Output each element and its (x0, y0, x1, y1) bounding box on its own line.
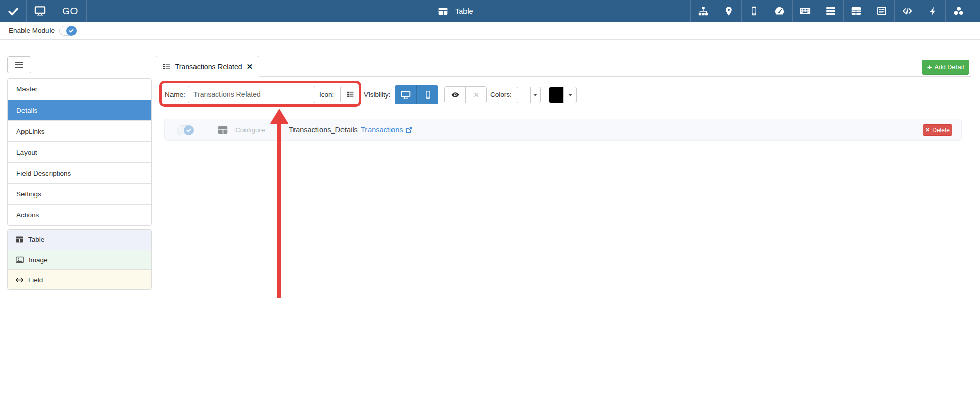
sidebar-menu-button[interactable] (7, 56, 31, 73)
detail-row-transactions: Configure Transactions_Details Transacti… (164, 119, 962, 141)
sidebar-item-applinks[interactable]: AppLinks (8, 120, 151, 141)
grid-nav-button[interactable] (818, 0, 844, 22)
name-input[interactable] (188, 86, 315, 103)
sidebar-item-table[interactable]: Table (8, 230, 151, 250)
visibility-state-group: ✕ (444, 86, 487, 103)
table-icon (438, 6, 448, 16)
detail-enabled-toggle[interactable] (177, 125, 194, 135)
color-swatch-black (549, 87, 564, 103)
sidebar-item-label: Image (29, 256, 48, 264)
sidebar-component-group: Table Image Field (7, 229, 152, 290)
form-nav-button[interactable] (869, 0, 895, 22)
cubes-icon (953, 6, 964, 17)
code-icon (901, 5, 913, 17)
sidebar-item-label: Details (16, 107, 37, 114)
tachometer-nav-button[interactable] (767, 0, 793, 22)
arrows-h-icon (15, 276, 24, 284)
add-detail-button[interactable]: + Add Detail (922, 60, 969, 75)
tab-label: Transactions Related (175, 63, 242, 71)
mobile-icon (424, 90, 432, 99)
sidebar-item-field-descriptions[interactable]: Field Descriptions (8, 162, 151, 183)
transactions-link[interactable]: Transactions (361, 126, 413, 134)
toggle-check-icon (66, 26, 77, 36)
add-detail-label: Add Detail (935, 64, 964, 71)
sidebar-item-label: Layout (16, 149, 37, 156)
navbar-left-group: GO (0, 0, 87, 22)
sidebar-item-master[interactable]: Master (8, 79, 151, 100)
bolt-nav-button[interactable] (920, 0, 946, 22)
map-marker-nav-button[interactable] (716, 0, 742, 22)
sidebar-item-label: Table (28, 236, 44, 243)
chevron-down-icon (568, 94, 572, 96)
code-nav-button[interactable] (895, 0, 920, 22)
table-nav-button[interactable] (844, 0, 869, 22)
go-label: GO (62, 6, 78, 17)
top-navbar: GO Table (0, 0, 980, 22)
hide-button[interactable]: ✕ (465, 87, 486, 103)
enable-module-label: Enable Module (9, 27, 55, 34)
keyboard-icon (799, 5, 811, 17)
desktop-nav-button[interactable] (27, 0, 54, 22)
icon-picker-button[interactable] (340, 86, 360, 103)
mobile-nav-button[interactable] (742, 0, 767, 22)
sidebar-item-image[interactable]: Image (8, 250, 151, 269)
external-link-icon (405, 126, 413, 134)
sidebar-item-details[interactable]: Details (8, 100, 151, 120)
sidebar-item-field[interactable]: Field (8, 269, 151, 289)
sidebar-item-label: Field Descriptions (16, 169, 71, 177)
delete-button[interactable]: ✕ Delete (923, 124, 952, 136)
visibility-label: Visibility: (364, 91, 390, 99)
sidebar-item-label: Settings (16, 190, 41, 198)
module-bar: Enable Module (0, 22, 980, 40)
form-icon (876, 6, 887, 16)
go-nav-button[interactable]: GO (54, 0, 87, 22)
table-icon (15, 235, 24, 244)
mobile-icon (749, 6, 760, 16)
navbar-center: Table (438, 0, 473, 22)
toggle-check-icon (184, 125, 194, 135)
tab-close-icon[interactable]: ✕ (247, 63, 253, 70)
x-icon: ✕ (473, 91, 479, 99)
name-label: Name: (165, 91, 185, 99)
delete-label: Delete (932, 127, 950, 134)
check-nav-button[interactable] (0, 0, 27, 22)
icon-label: Icon: (319, 91, 334, 99)
table-icon (851, 6, 862, 16)
sitemap-icon (698, 6, 709, 17)
show-button[interactable] (445, 87, 465, 103)
visibility-desktop-button[interactable] (395, 85, 416, 104)
navbar-center-label: Table (455, 7, 473, 15)
sidebar-item-label: AppLinks (16, 128, 45, 135)
sidebar-item-label: Field (28, 276, 43, 284)
text-color-dropdown[interactable] (549, 87, 577, 103)
background-color-dropdown[interactable] (517, 87, 541, 103)
colors-label: Colors: (490, 91, 512, 99)
keyboard-nav-button[interactable] (793, 0, 818, 22)
tachometer-icon (774, 5, 786, 17)
grid-icon (825, 6, 836, 16)
desktop-icon (34, 5, 46, 17)
divider (206, 119, 206, 140)
sidebar-item-actions[interactable]: Actions (8, 204, 151, 225)
desktop-icon (401, 90, 411, 100)
plus-icon: + (927, 63, 932, 71)
check-icon (8, 6, 19, 17)
list-icon (346, 90, 354, 99)
eye-icon (451, 90, 460, 100)
sitemap-nav-button[interactable] (691, 0, 716, 22)
sidebar-item-settings[interactable]: Settings (8, 183, 151, 204)
configure-button[interactable]: Configure (235, 126, 265, 134)
sidebar-item-layout[interactable]: Layout (8, 141, 151, 162)
bolt-icon (928, 6, 938, 16)
map-marker-icon (724, 6, 734, 16)
sidebar-item-label: Actions (16, 211, 39, 219)
navbar-right-group (690, 0, 971, 22)
x-icon: ✕ (925, 127, 930, 133)
enable-module-toggle[interactable] (59, 26, 77, 36)
transactions-link-label: Transactions (361, 126, 403, 134)
visibility-mobile-button[interactable] (416, 85, 438, 104)
tab-transactions-related[interactable]: Transactions Related ✕ (156, 56, 259, 77)
cubes-nav-button[interactable] (946, 0, 971, 22)
visibility-button-group (395, 85, 438, 104)
hamburger-icon (15, 62, 23, 68)
